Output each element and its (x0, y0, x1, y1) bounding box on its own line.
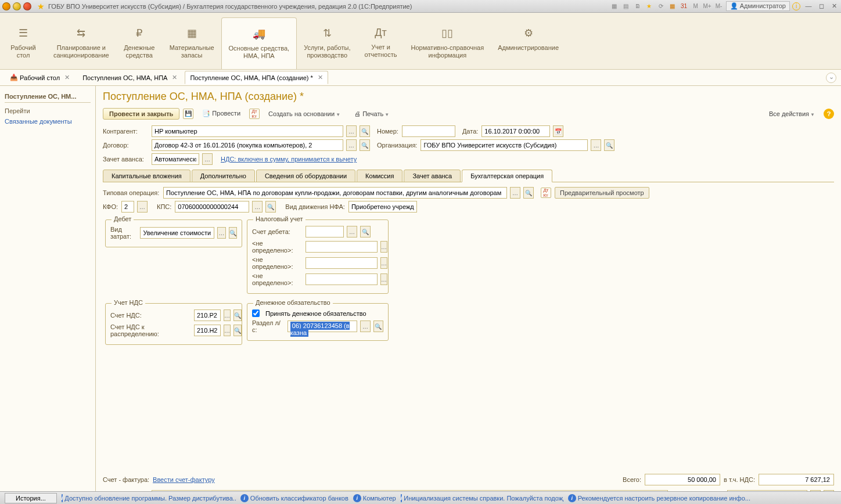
status-computer[interactable]: iКомпьютер (353, 494, 396, 502)
nav-admin[interactable]: ⚙Администрирование (491, 13, 566, 69)
tab-capital[interactable]: Капитальные вложения (103, 170, 191, 182)
undefined-input[interactable] (306, 257, 378, 269)
search-icon[interactable]: 🔍 (604, 139, 614, 151)
nav-planning[interactable]: ⇆Планирование и санкционирование (46, 13, 116, 69)
save-icon[interactable]: 💾 (183, 109, 193, 119)
select-icon[interactable]: … (202, 153, 213, 165)
select-icon[interactable]: … (510, 187, 520, 199)
dtkt-icon[interactable]: ДтКт (249, 109, 260, 119)
select-icon[interactable]: … (224, 325, 231, 336)
search-icon[interactable]: 🔍 (233, 309, 242, 321)
advance-input[interactable] (152, 153, 199, 165)
status-banks[interactable]: iОбновить классификатор банков (240, 494, 348, 502)
favorite-icon[interactable]: ★ (37, 2, 45, 11)
tab-close-icon[interactable]: ✕ (64, 74, 70, 81)
debit-account-input[interactable] (306, 226, 344, 237)
select-icon[interactable]: … (380, 241, 387, 253)
post-close-button[interactable]: Провести и закрыть (103, 108, 179, 120)
nav-reference[interactable]: ▯▯Нормативно-справочная информация (404, 13, 491, 69)
select-icon[interactable]: … (217, 227, 225, 239)
preview-button[interactable]: Предварительный просмотр (555, 187, 649, 199)
select-icon[interactable]: … (591, 139, 601, 151)
section-input[interactable]: 06) 20736123458 (в казна (287, 321, 358, 332)
toolbar-icon[interactable]: ▤ (621, 2, 631, 11)
window-back-icon[interactable] (13, 2, 21, 10)
select-icon[interactable]: … (137, 201, 148, 213)
date-input[interactable] (481, 125, 550, 137)
toolbar-icon[interactable]: ▦ (610, 2, 619, 11)
undefined-input[interactable] (306, 241, 378, 253)
tab-additional[interactable]: Дополнительно (192, 170, 255, 182)
tab-advance-offset[interactable]: Зачет аванса (404, 170, 461, 182)
tab-close-icon[interactable]: ✕ (172, 74, 177, 81)
tab-close-icon[interactable]: ✕ (318, 74, 323, 81)
window-forward-icon[interactable] (23, 2, 31, 10)
nav-materials[interactable]: ▦Материальные запасы (163, 13, 221, 69)
number-input[interactable] (402, 125, 455, 137)
undefined-input[interactable] (306, 273, 378, 285)
nfa-input[interactable] (348, 201, 417, 213)
post-button[interactable]: 📑 Провести (197, 107, 246, 120)
expand-tabs-icon[interactable]: ⌄ (826, 73, 836, 83)
search-icon[interactable]: 🔍 (373, 321, 383, 332)
user-badge[interactable]: 👤 Администратор (726, 1, 790, 11)
calendar-icon[interactable]: 📅 (553, 125, 563, 137)
tab-document[interactable]: Поступление ОС, НМА, НПА (создание) *✕ (185, 71, 328, 84)
invoice-link[interactable]: Ввести счет-фактуру (153, 476, 215, 483)
minimize-icon[interactable]: — (804, 2, 813, 10)
status-init[interactable]: iИнициализация системы справки. Пожалуйс… (401, 494, 563, 502)
accept-money-checkbox[interactable] (252, 309, 260, 317)
all-actions-button[interactable]: Все действия▼ (764, 108, 820, 120)
print-button[interactable]: 🖨 Печать▼ (349, 108, 394, 120)
toolbar-icon[interactable]: ⟳ (656, 2, 666, 11)
contract-input[interactable] (152, 139, 343, 151)
nav-money[interactable]: ₽Денежные средства (116, 13, 163, 69)
tab-commission[interactable]: Комиссия (357, 170, 402, 182)
nds-dist-input[interactable] (194, 325, 221, 336)
search-icon[interactable]: 🔍 (265, 201, 276, 213)
search-icon[interactable]: 🔍 (229, 227, 237, 239)
tab-desktop[interactable]: 📥 Рабочий стол✕ (5, 71, 75, 84)
dtkt-icon[interactable]: ДтКт (541, 188, 551, 198)
tab-accounting[interactable]: Бухгалтерская операция (462, 170, 552, 182)
status-backup[interactable]: iРекомендуется настроить резервное копир… (568, 494, 750, 502)
nav-accounting[interactable]: ДтУчет и отчетность (357, 13, 404, 69)
org-input[interactable] (420, 139, 588, 151)
star-icon[interactable]: ★ (645, 2, 654, 11)
nds-link[interactable]: НДС: включен в сумму, принимается к выче… (221, 156, 357, 163)
help-icon[interactable]: ? (824, 109, 834, 119)
select-icon[interactable]: … (346, 139, 357, 151)
select-icon[interactable]: … (346, 125, 357, 137)
contragent-input[interactable] (152, 125, 343, 137)
search-icon[interactable]: 🔍 (360, 125, 370, 137)
select-icon[interactable]: … (252, 201, 263, 213)
info-icon[interactable]: i (792, 2, 800, 10)
kfo-input[interactable] (121, 201, 134, 213)
typical-op-input[interactable] (163, 187, 507, 199)
window-1c-icon[interactable] (2, 2, 10, 10)
m-minus-icon[interactable]: M- (714, 2, 724, 11)
create-based-button[interactable]: Создать на основании▼ (263, 108, 346, 120)
select-icon[interactable]: … (347, 226, 357, 237)
expense-type-input[interactable] (140, 227, 214, 239)
search-icon[interactable]: 🔍 (523, 187, 534, 199)
status-update[interactable]: iДоступно обновление программы. Размер д… (62, 494, 236, 502)
kps-input[interactable] (175, 201, 249, 213)
tab-list[interactable]: Поступления ОС, НМА, НПА✕ (77, 71, 182, 84)
tab-equipment[interactable]: Сведения об оборудовании (256, 170, 355, 182)
nds-account-input[interactable] (194, 309, 221, 321)
sidebar-related-docs[interactable]: Связанные документы (5, 117, 91, 126)
m-plus-icon[interactable]: M+ (703, 2, 712, 11)
select-icon[interactable]: … (224, 309, 231, 321)
select-icon[interactable]: … (380, 273, 387, 285)
nav-assets[interactable]: 🚚Основные средства, НМА, НПА (221, 17, 297, 69)
select-icon[interactable]: … (380, 257, 387, 269)
toolbar-icon[interactable]: 🗎 (633, 2, 642, 11)
history-button[interactable]: История... (5, 493, 57, 503)
select-icon[interactable]: … (360, 321, 370, 332)
search-icon[interactable]: 🔍 (360, 139, 370, 151)
nav-desktop[interactable]: ☰Рабочий стол (0, 13, 46, 69)
calc-icon[interactable]: ▦ (668, 2, 677, 11)
m-icon[interactable]: M (691, 2, 700, 11)
maximize-icon[interactable]: ◻ (817, 2, 826, 10)
